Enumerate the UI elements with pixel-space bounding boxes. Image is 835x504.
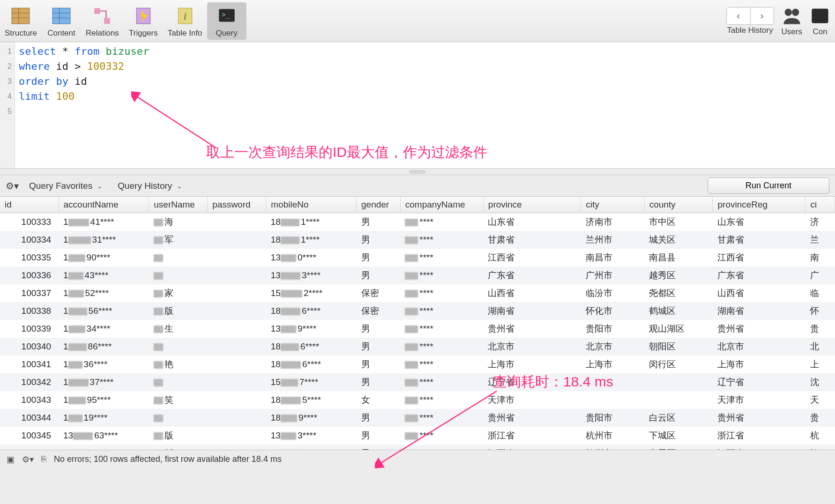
svg-rect-9 — [104, 18, 111, 24]
table-row[interactable]: 100344119****189****男****贵州省贵阳市白云区贵州省贵 — [0, 409, 835, 427]
col-companyName[interactable]: companyName — [400, 197, 483, 213]
structure-tab[interactable]: Structure — [0, 2, 42, 40]
table-history-label: Table History — [727, 26, 773, 35]
content-tab[interactable]: Content — [42, 2, 81, 40]
status-text: No errors; 100 rows affected, first row … — [54, 454, 282, 464]
table-info-tab[interactable]: iTable Info — [163, 2, 207, 40]
main-toolbar: StructureContentRelationsTriggersiTable … — [0, 0, 835, 42]
table-row[interactable]: 100343195****笑185****女****天津市天津市天 — [0, 391, 835, 409]
svg-rect-4 — [52, 8, 70, 23]
col-provinceReg[interactable]: provinceReg — [713, 197, 805, 213]
query-tab-icon: >_ — [216, 5, 238, 27]
export-icon[interactable]: ⎘ — [41, 454, 46, 464]
table-row[interactable]: 100338156****版186****保密****湖南省怀化市鹤城区湖南省怀 — [0, 302, 835, 320]
table-row[interactable]: 100342137****157****男****辽宁省辽宁省沈 — [0, 373, 835, 391]
svg-text:i: i — [184, 10, 186, 22]
table-row[interactable]: 100333141****海181****男****山东省济南市市中区山东省济 — [0, 213, 835, 231]
col-userName[interactable]: userName — [149, 197, 208, 213]
table-row[interactable]: 100337152****家152****保密****山西省临汾市尧都区山西省临 — [0, 284, 835, 302]
table-row[interactable]: 100339134****生139****男****贵州省贵阳市观山湖区贵州省贵 — [0, 320, 835, 338]
structure-tab-icon — [10, 5, 31, 27]
users-button[interactable]: Users — [782, 6, 802, 37]
results-table-wrap[interactable]: idaccountNameuserNamepasswordmobileNogen… — [0, 197, 835, 450]
col-id[interactable]: id — [0, 197, 59, 213]
tb-label: Table Info — [168, 29, 202, 38]
users-label: Users — [782, 27, 802, 37]
editor-gutter: 12345 — [0, 42, 15, 168]
triggers-tab[interactable]: Triggers — [124, 2, 163, 40]
annotation-2: 查询耗时：18.4 ms — [493, 372, 613, 392]
table-info-tab-icon: i — [174, 5, 196, 27]
table-row[interactable]: 100336143****133****男****广东省广州市越秀区广东省广 — [0, 267, 835, 284]
editor-code[interactable]: select * from bizuserwhere id > 100332or… — [15, 42, 153, 168]
tb-label: Query — [216, 29, 237, 38]
annotation-1: 取上一次查询结果的ID最大值，作为过滤条件 — [206, 143, 487, 162]
col-accountName[interactable]: accountName — [59, 197, 149, 213]
svg-rect-0 — [12, 8, 30, 23]
table-row[interactable]: 100335190****130****男****江西省南昌市南昌县江西省南 — [0, 249, 835, 267]
relations-tab-icon — [91, 5, 113, 27]
col-city[interactable]: city — [581, 197, 644, 213]
tb-label: Structure — [5, 29, 37, 38]
table-row[interactable]: 100334131****军181****男****甘肃省兰州市城关区甘肃省兰 — [0, 231, 835, 249]
results-table: idaccountNameuserNamepasswordmobileNogen… — [0, 197, 835, 450]
chevron-down-icon: ⌄ — [97, 182, 103, 190]
table-row[interactable]: 1003461370****版130****男****江西省赣州市章贡区江西省赣 — [0, 445, 835, 450]
users-icon — [782, 6, 802, 26]
svg-point-16 — [792, 8, 799, 15]
gear-icon[interactable]: ⚙︎▾ — [22, 454, 34, 465]
query-history-dropdown[interactable]: Query History ⌄ — [113, 181, 187, 191]
console-label: Con — [813, 27, 827, 37]
tb-label: Triggers — [129, 29, 158, 38]
query-controls-bar: ⚙︎▾ Query Favorites ⌄ Query History ⌄ Ru… — [0, 175, 835, 197]
col-password[interactable]: password — [208, 197, 266, 213]
table-row[interactable]: 100340186****186****男****北京市北京市朝阳区北京市北 — [0, 338, 835, 356]
query-tab[interactable]: >_Query — [207, 2, 246, 40]
pane-resize-handle[interactable] — [0, 169, 835, 175]
console-icon — [810, 6, 830, 26]
chevron-down-icon: ⌄ — [177, 182, 182, 190]
svg-point-15 — [784, 8, 791, 15]
gear-icon[interactable]: ⚙︎▾ — [6, 180, 19, 192]
relations-tab[interactable]: Relations — [81, 2, 124, 40]
svg-rect-17 — [812, 8, 828, 23]
tb-label: Content — [47, 29, 75, 38]
console-button[interactable]: Con — [810, 6, 830, 37]
table-row[interactable]: 100341136****艳186****男****上海市上海市闵行区上海市上 — [0, 356, 835, 373]
table-header-row: idaccountNameuserNamepasswordmobileNogen… — [0, 197, 835, 213]
triggers-tab-icon — [133, 5, 154, 27]
status-bar: ▣ ⚙︎▾ ⎘ No errors; 100 rows affected, fi… — [0, 450, 835, 468]
table-history-button[interactable]: ‹ › Table History — [726, 7, 774, 35]
svg-rect-8 — [95, 8, 101, 14]
run-current-button[interactable]: Run Current — [708, 178, 829, 194]
content-tab-icon — [51, 5, 72, 27]
table-row[interactable]: 1003451363****版133****男****浙江省杭州市下城区浙江省杭 — [0, 427, 835, 445]
col-gender[interactable]: gender — [357, 197, 401, 213]
panel-toggle-icon[interactable]: ▣ — [7, 454, 15, 465]
nav-back-button[interactable]: ‹ — [727, 7, 750, 24]
col-mobileNo[interactable]: mobileNo — [266, 197, 357, 213]
col-ci[interactable]: ci — [805, 197, 835, 213]
query-favorites-dropdown[interactable]: Query Favorites ⌄ — [24, 181, 107, 191]
svg-text:>_: >_ — [222, 11, 230, 19]
tb-label: Relations — [86, 29, 119, 38]
table-body: 100333141****海181****男****山东省济南市市中区山东省济1… — [0, 213, 835, 450]
nav-fwd-button[interactable]: › — [750, 7, 774, 24]
col-province[interactable]: province — [483, 197, 581, 213]
query-history-label: Query History — [118, 181, 172, 191]
query-favorites-label: Query Favorites — [29, 181, 92, 191]
col-county[interactable]: county — [644, 197, 713, 213]
